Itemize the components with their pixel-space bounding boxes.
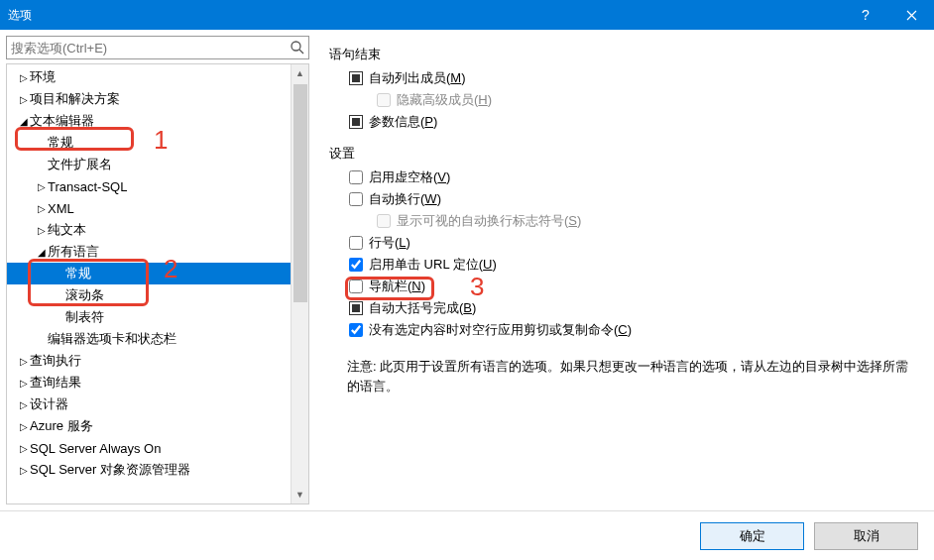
opt-singleurl[interactable]: 启用单击 URL 定位(U) [349, 256, 920, 274]
tree-item-label: 环境 [30, 68, 56, 86]
tree-item[interactable]: 编辑器选项卡和状态栏 [7, 328, 291, 350]
chevron-down-icon[interactable]: ◢ [35, 247, 48, 258]
tree-item-label: Azure 服务 [30, 417, 93, 435]
tree-item[interactable]: ▷设计器 [7, 393, 291, 415]
opt-wordwrap[interactable]: 自动换行(W) [349, 190, 920, 208]
options-panel: 语句结束 自动列出成员(M) 隐藏高级成员(H) 参数信息(P) 设置 启用虚空… [315, 30, 934, 510]
tree-item-label: Transact-SQL [48, 179, 127, 194]
tree-item-label: 常规 [48, 134, 73, 152]
tree-item[interactable]: ▷项目和解决方案 [7, 88, 291, 110]
svg-point-0 [292, 42, 300, 51]
chevron-right-icon[interactable]: ▷ [35, 203, 48, 214]
tree-item[interactable]: ▷查询执行 [7, 350, 291, 372]
tree-item[interactable]: 文件扩展名 [7, 154, 291, 175]
tree-item-label: 纯文本 [48, 221, 86, 239]
search-input[interactable] [6, 36, 309, 59]
checkbox-virtspace[interactable] [349, 170, 363, 184]
search-icon [290, 40, 305, 56]
chevron-right-icon[interactable]: ▷ [17, 443, 30, 454]
tree-item[interactable]: ▷Azure 服务 [7, 415, 291, 437]
checkbox-mixed-icon[interactable] [349, 115, 363, 129]
tree-item[interactable]: ▷SQL Server Always On [7, 437, 291, 459]
help-button[interactable]: ? [843, 0, 888, 30]
opt-lineno[interactable]: 行号(L) [349, 234, 920, 252]
checkbox-navbar[interactable] [349, 280, 363, 293]
tree-item-label: 所有语言 [48, 243, 99, 261]
tree-item[interactable]: ▷查询结果 [7, 372, 291, 393]
tree-item-label: 设计器 [30, 395, 68, 413]
close-button[interactable] [888, 0, 934, 30]
tree-item-label: SQL Server 对象资源管理器 [30, 461, 190, 479]
chevron-right-icon[interactable]: ▷ [17, 378, 30, 389]
chevron-right-icon[interactable]: ▷ [35, 225, 48, 236]
cancel-button[interactable]: 取消 [814, 522, 918, 550]
tree-item[interactable]: 滚动条 [7, 284, 291, 306]
tree-item[interactable]: 制表符 [7, 306, 291, 328]
window-title: 选项 [8, 7, 843, 24]
window-titlebar: 选项 ? [0, 0, 934, 30]
chevron-down-icon[interactable]: ◢ [17, 116, 30, 127]
tree-item-label: 文本编辑器 [30, 112, 94, 130]
tree-item[interactable]: ▷Transact-SQL [7, 175, 291, 197]
opt-hideadv: 隐藏高级成员(H) [377, 91, 920, 109]
tree-item[interactable]: ◢文本编辑器 [7, 110, 291, 132]
checkbox-lineno[interactable] [349, 236, 363, 250]
checkbox-cutblank[interactable] [349, 323, 363, 337]
tree-item-label: 常规 [65, 265, 91, 282]
tree-item-label: 查询结果 [30, 374, 81, 392]
checkbox-wordwrap[interactable] [349, 192, 363, 206]
checkbox-singleurl[interactable] [349, 258, 363, 272]
tree-item[interactable]: ◢所有语言 [7, 241, 291, 263]
opt-brace[interactable]: 自动大括号完成(B) [349, 299, 920, 317]
checkbox-wrapglyph [377, 214, 391, 228]
chevron-right-icon[interactable]: ▷ [17, 94, 30, 105]
checkbox-mixed-icon[interactable] [349, 71, 363, 85]
checkbox-mixed-icon[interactable] [349, 301, 363, 315]
chevron-right-icon[interactable]: ▷ [17, 399, 30, 410]
chevron-right-icon[interactable]: ▷ [17, 72, 30, 83]
tree-scrollbar[interactable]: ▲ ▼ [291, 64, 308, 504]
tree-item[interactable]: ▷环境 [7, 66, 291, 88]
tree-item-label: 编辑器选项卡和状态栏 [48, 330, 176, 348]
opt-autolist[interactable]: 自动列出成员(M) [349, 69, 920, 87]
tree-item[interactable]: ▷XML [7, 197, 291, 219]
scroll-thumb[interactable] [293, 84, 307, 302]
tree-item[interactable]: ▷纯文本 [7, 219, 291, 241]
tree-item-label: 滚动条 [65, 286, 104, 304]
scroll-up-icon[interactable]: ▲ [292, 64, 308, 82]
opt-cutblank[interactable]: 没有选定内容时对空行应用剪切或复制命令(C) [349, 321, 920, 339]
chevron-right-icon[interactable]: ▷ [17, 465, 30, 476]
note-text: 注意: 此页用于设置所有语言的选项。如果只想更改一种语言的选项，请从左边的目录树… [347, 357, 920, 395]
opt-paraminfo[interactable]: 参数信息(P) [349, 113, 920, 131]
section-stmt: 语句结束 [329, 46, 920, 63]
tree-item-label: XML [48, 201, 74, 216]
opt-navbar[interactable]: 导航栏(N) [349, 278, 920, 295]
dialog-footer: 确定 取消 [0, 510, 934, 560]
checkbox-hideadv [377, 93, 391, 107]
tree-item-label: 文件扩展名 [48, 156, 112, 173]
sidebar: ▷环境▷项目和解决方案◢文本编辑器常规文件扩展名▷Transact-SQL▷XM… [0, 30, 315, 510]
chevron-right-icon[interactable]: ▷ [17, 356, 30, 367]
ok-button[interactable]: 确定 [700, 522, 804, 550]
options-tree[interactable]: ▷环境▷项目和解决方案◢文本编辑器常规文件扩展名▷Transact-SQL▷XM… [7, 64, 291, 504]
tree-item-label: 查询执行 [30, 352, 81, 370]
chevron-right-icon[interactable]: ▷ [17, 421, 30, 432]
opt-virtspace[interactable]: 启用虚空格(V) [349, 168, 920, 186]
chevron-right-icon[interactable]: ▷ [35, 181, 48, 192]
tree-item[interactable]: 常规 [7, 263, 291, 284]
tree-item-label: 制表符 [65, 308, 104, 326]
tree-item[interactable]: ▷SQL Server 对象资源管理器 [7, 459, 291, 481]
section-settings: 设置 [329, 145, 920, 163]
scroll-down-icon[interactable]: ▼ [292, 486, 308, 504]
tree-item-label: 项目和解决方案 [30, 90, 120, 108]
opt-wrapglyph: 显示可视的自动换行标志符号(S) [377, 212, 920, 230]
close-icon [906, 10, 917, 21]
tree-item-label: SQL Server Always On [30, 441, 161, 456]
tree-item[interactable]: 常规 [7, 132, 291, 154]
